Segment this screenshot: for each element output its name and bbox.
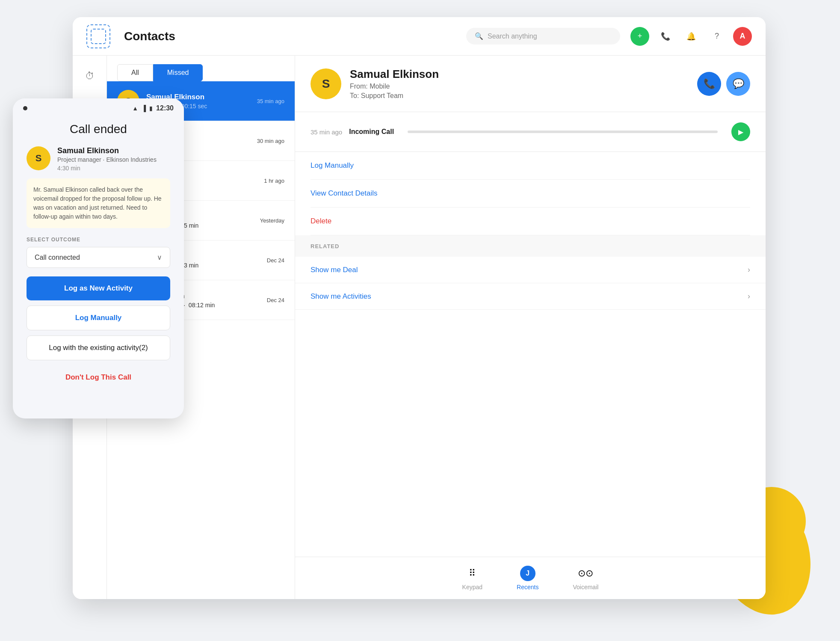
call-duration-bar bbox=[408, 131, 718, 133]
keypad-nav-icon: ⠿ bbox=[464, 566, 480, 581]
status-dot bbox=[23, 106, 27, 110]
contact-time-florin: Yesterday bbox=[260, 217, 284, 224]
call-note: Mr. Samual Elkinson called back over the… bbox=[27, 178, 170, 228]
bottom-navigation: ⠿ Keypad J Recents ⊙⊙ Voicemail bbox=[295, 557, 766, 599]
add-button[interactable]: + bbox=[630, 27, 649, 46]
detail-avatar: S bbox=[311, 68, 341, 99]
delete-link[interactable]: Delete bbox=[311, 208, 750, 235]
user-avatar-button[interactable]: A bbox=[733, 27, 752, 46]
show-activities-text: Show me Activities bbox=[311, 292, 371, 301]
detail-from: From: Mobile bbox=[350, 83, 689, 90]
nav-voicemail[interactable]: ⊙⊙ Voicemail bbox=[573, 566, 598, 591]
show-deal-text: Show me Deal bbox=[311, 266, 358, 274]
voicemail-nav-label: Voicemail bbox=[573, 584, 598, 591]
caller-avatar: S bbox=[27, 146, 50, 170]
log-manually-button[interactable]: Log Manually bbox=[27, 306, 170, 330]
chevron-right-activities-icon: › bbox=[748, 292, 750, 301]
detail-name: Samual Elkinson bbox=[350, 68, 689, 81]
detail-action-buttons: 📞 💬 bbox=[697, 72, 750, 96]
detail-to: To: Support Team bbox=[350, 92, 689, 100]
keypad-nav-label: Keypad bbox=[462, 584, 482, 591]
contact-time-elkinson: Dec 24 bbox=[267, 297, 284, 303]
app-logo bbox=[86, 24, 110, 48]
nav-keypad[interactable]: ⠿ Keypad bbox=[462, 566, 482, 591]
call-type: Incoming Call bbox=[349, 128, 394, 136]
status-time: 12:30 bbox=[156, 104, 174, 112]
show-deal-item[interactable]: Show me Deal › bbox=[295, 257, 766, 283]
app-logo-inner bbox=[91, 29, 106, 44]
wifi-icon: ▲ bbox=[132, 105, 138, 112]
caller-info: Samual Elkinson Project manager · Elkins… bbox=[57, 146, 170, 172]
outcome-value: Call connected bbox=[35, 254, 80, 261]
contacts-tabs: All Missed bbox=[107, 56, 295, 81]
outcome-dropdown[interactable]: Call connected ∨ bbox=[27, 247, 170, 268]
show-activities-item[interactable]: Show me Activities › bbox=[295, 283, 766, 310]
tab-missed[interactable]: Missed bbox=[153, 64, 203, 81]
recents-nav-icon: J bbox=[520, 566, 535, 581]
search-icon: 🔍 bbox=[475, 32, 483, 40]
detail-panel: S Samual Elkinson From: Mobile To: Suppo… bbox=[295, 56, 766, 599]
mobile-card: ▲ ▐ ▮ 12:30 Call ended S Samual Elkinson… bbox=[13, 98, 184, 418]
mobile-status-bar: ▲ ▐ ▮ 12:30 bbox=[13, 98, 184, 116]
contact-time-leo: 30 min ago bbox=[257, 138, 284, 144]
signal-icon: ▐ bbox=[142, 105, 146, 112]
caller-section: S Samual Elkinson Project manager · Elki… bbox=[27, 146, 170, 172]
action-links: Log Manually View Contact Details Delete bbox=[295, 152, 766, 235]
bell-button[interactable]: 🔔 bbox=[682, 27, 701, 46]
dont-log-button[interactable]: Don't Log This Call bbox=[27, 365, 170, 389]
contact-duration-samual: 00:15 sec bbox=[181, 103, 207, 110]
status-icons: ▲ ▐ ▮ 12:30 bbox=[132, 104, 174, 112]
log-manually-link[interactable]: Log Manually bbox=[311, 152, 750, 180]
app-title: Contacts bbox=[124, 30, 466, 43]
caller-role: Project manager · Elkinson Industries bbox=[57, 156, 170, 163]
detail-header: S Samual Elkinson From: Mobile To: Suppo… bbox=[295, 56, 766, 112]
outcome-label: SELECT OUTCOME bbox=[27, 237, 170, 243]
caller-duration: 4:30 min bbox=[57, 165, 170, 172]
call-log-section: 35 min ago Incoming Call ▶ bbox=[295, 112, 766, 152]
search-bar[interactable]: 🔍 Search anything bbox=[466, 28, 620, 45]
contact-time-samual: 35 min ago bbox=[257, 98, 284, 104]
play-recording-button[interactable]: ▶ bbox=[731, 122, 750, 141]
view-contact-link[interactable]: View Contact Details bbox=[311, 180, 750, 208]
mobile-content: Call ended S Samual Elkinson Project man… bbox=[13, 116, 184, 405]
log-existing-button[interactable]: Log with the existing activity(2) bbox=[27, 335, 170, 360]
chevron-right-icon: › bbox=[748, 265, 750, 274]
search-placeholder: Search anything bbox=[488, 33, 537, 40]
log-new-activity-button[interactable]: Log as New Activity bbox=[27, 276, 170, 300]
call-action-button[interactable]: 📞 bbox=[697, 72, 721, 96]
sidebar-item-history[interactable]: ⏱ bbox=[80, 66, 100, 86]
detail-info: Samual Elkinson From: Mobile To: Support… bbox=[350, 68, 689, 100]
related-label: RELATED bbox=[311, 243, 339, 249]
contact-time-number: 1 hr ago bbox=[264, 178, 284, 184]
dropdown-arrow-icon: ∨ bbox=[157, 253, 162, 261]
related-section-header: RELATED bbox=[295, 235, 766, 257]
caller-name: Samual Elkinson bbox=[57, 146, 170, 155]
call-ended-title: Call ended bbox=[27, 122, 170, 136]
battery-icon: ▮ bbox=[149, 105, 153, 112]
call-time-ago: 35 min ago bbox=[311, 128, 342, 136]
header-actions: + 📞 🔔 ? A bbox=[630, 27, 752, 46]
tab-all[interactable]: All bbox=[117, 64, 153, 81]
help-button[interactable]: ? bbox=[707, 27, 726, 46]
voicemail-nav-icon: ⊙⊙ bbox=[578, 566, 593, 581]
phone-button[interactable]: 📞 bbox=[656, 27, 675, 46]
app-header: Contacts 🔍 Search anything + 📞 🔔 ? A bbox=[73, 17, 766, 56]
message-action-button[interactable]: 💬 bbox=[726, 72, 750, 96]
recents-nav-label: Recents bbox=[517, 584, 538, 591]
contact-time-pete: Dec 24 bbox=[267, 257, 284, 264]
nav-recents[interactable]: J Recents bbox=[517, 566, 538, 591]
